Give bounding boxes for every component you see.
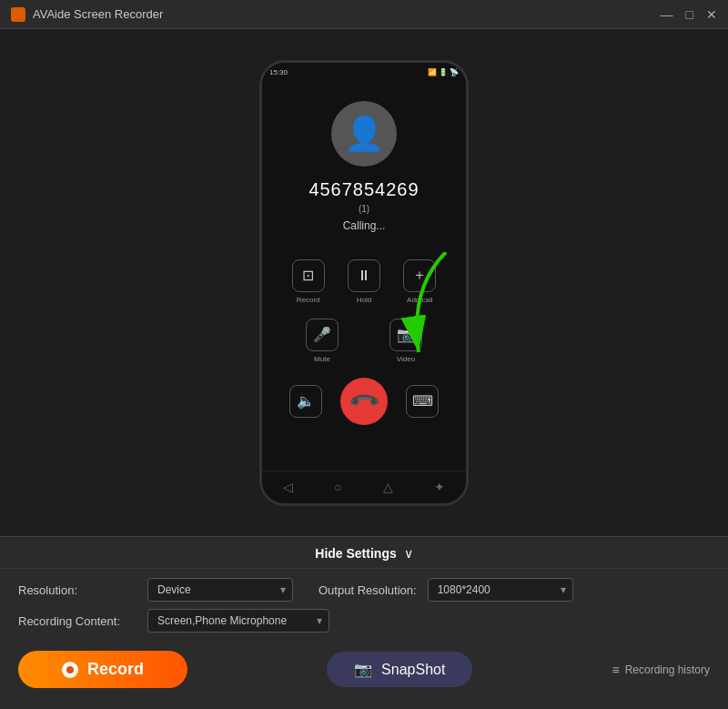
app-title: AVAide Screen Recorder <box>33 7 163 21</box>
main-content: 15:30 📶 🔋 📡 👤 4567854269 (1) Calling... … <box>0 29 728 536</box>
settings-row-resolution: Resolution: Device Custom Full Screen Ou… <box>18 578 710 602</box>
chevron-down-icon: ∨ <box>404 546 413 561</box>
caller-avatar: 👤 <box>331 101 397 167</box>
speaker-button[interactable]: 🔈 <box>289 385 322 418</box>
action-row-2: 🎤 Mute 📷 Video <box>280 319 448 363</box>
output-resolution-select-wrapper: 1080*2400 720*1600 540*1170 <box>428 578 573 602</box>
action-row-3: 🔈 📞 ⌨ <box>280 378 448 425</box>
mute-label: Mute <box>314 355 330 363</box>
video-icon: 📷 <box>389 319 422 351</box>
settings-row-content: Recording Content: Screen,Phone Micropho… <box>18 609 710 633</box>
hold-icon: ⏸ <box>348 259 380 292</box>
speaker-icon: 🔈 <box>289 385 322 418</box>
bottom-panel: Hide Settings ∨ Resolution: Device Custo… <box>0 536 728 709</box>
call-id: (1) <box>359 204 369 214</box>
app-icon <box>11 7 25 22</box>
action-row-1: ⊡ Record ⏸ Hold ＋ Add call <box>280 259 448 304</box>
add-call-label: Add call <box>407 296 432 304</box>
hold-button[interactable]: ⏸ Hold <box>348 259 380 304</box>
recording-content-select[interactable]: Screen,Phone Microphone Screen Only Syst… <box>147 609 329 633</box>
caller-number: 4567854269 <box>308 179 419 200</box>
recording-content-select-wrapper: Screen,Phone Microphone Screen Only Syst… <box>147 609 329 633</box>
title-bar-left: AVAide Screen Recorder <box>11 7 163 22</box>
recording-content-label: Recording Content: <box>18 614 136 628</box>
video-label: Video <box>397 355 415 363</box>
status-time: 15:30 <box>269 68 288 76</box>
video-button[interactable]: 📷 Video <box>389 319 422 363</box>
title-bar: AVAide Screen Recorder — □ ✕ <box>0 0 728 29</box>
nav-home-icon[interactable]: ○ <box>334 480 341 494</box>
snapshot-button-label: SnapShot <box>381 662 445 678</box>
end-call-button[interactable]: 📞 <box>340 378 388 425</box>
settings-rows: Resolution: Device Custom Full Screen Ou… <box>0 569 728 642</box>
record-dot-inner <box>66 666 74 674</box>
record-call-icon: ⊡ <box>292 259 325 292</box>
history-icon: ≡ <box>612 663 619 677</box>
phone-mockup: 15:30 📶 🔋 📡 👤 4567854269 (1) Calling... … <box>259 60 469 506</box>
record-call-label: Record <box>297 296 320 304</box>
minimize-button[interactable]: — <box>661 8 673 21</box>
call-actions: ⊡ Record ⏸ Hold ＋ Add call 🎤 <box>262 259 466 471</box>
action-buttons-row: Record 📷 SnapShot ≡ Recording history <box>0 642 728 697</box>
maximize-button[interactable]: □ <box>686 8 693 21</box>
call-screen: 👤 4567854269 (1) Calling... ⊡ Record ⏸ H… <box>262 83 466 471</box>
resolution-select-wrapper: Device Custom Full Screen <box>147 578 293 602</box>
nav-extra-icon[interactable]: ✦ <box>434 480 445 494</box>
recording-history-label: Recording history <box>625 663 710 676</box>
record-call-button[interactable]: ⊡ Record <box>292 259 325 304</box>
record-dot-icon <box>62 662 78 678</box>
record-button-label: Record <box>87 660 144 679</box>
output-resolution-select[interactable]: 1080*2400 720*1600 540*1170 <box>428 578 573 602</box>
add-call-button[interactable]: ＋ Add call <box>403 259 436 304</box>
avatar-icon: 👤 <box>344 115 385 153</box>
nav-back-icon[interactable]: ◁ <box>283 480 293 494</box>
recording-history-button[interactable]: ≡ Recording history <box>612 663 710 677</box>
mute-button[interactable]: 🎤 Mute <box>306 319 339 363</box>
output-resolution-label: Output Resolution: <box>318 583 417 597</box>
resolution-label: Resolution: <box>18 583 136 597</box>
window-controls: — □ ✕ <box>661 8 717 21</box>
calling-status: Calling... <box>343 219 386 232</box>
hold-label: Hold <box>357 296 371 304</box>
keypad-button[interactable]: ⌨ <box>406 385 439 418</box>
mute-icon: 🎤 <box>306 319 339 351</box>
resolution-select[interactable]: Device Custom Full Screen <box>147 578 293 602</box>
end-call-icon: 📞 <box>347 384 380 418</box>
record-button[interactable]: Record <box>18 651 187 688</box>
status-indicators: 📶 🔋 📡 <box>428 68 459 76</box>
phone-status-bar: 15:30 📶 🔋 📡 <box>262 63 466 83</box>
snapshot-button[interactable]: 📷 SnapShot <box>327 652 472 687</box>
phone-bottom-nav: ◁ ○ △ ✦ <box>262 471 466 503</box>
close-button[interactable]: ✕ <box>706 8 717 21</box>
output-resolution-section: Output Resolution: 1080*2400 720*1600 54… <box>318 578 573 602</box>
hide-settings-bar[interactable]: Hide Settings ∨ <box>0 537 728 569</box>
nav-recent-icon[interactable]: △ <box>383 480 393 494</box>
camera-icon: 📷 <box>354 661 372 678</box>
add-call-icon: ＋ <box>403 259 436 292</box>
keypad-icon: ⌨ <box>406 385 439 418</box>
hide-settings-label: Hide Settings <box>315 546 396 561</box>
